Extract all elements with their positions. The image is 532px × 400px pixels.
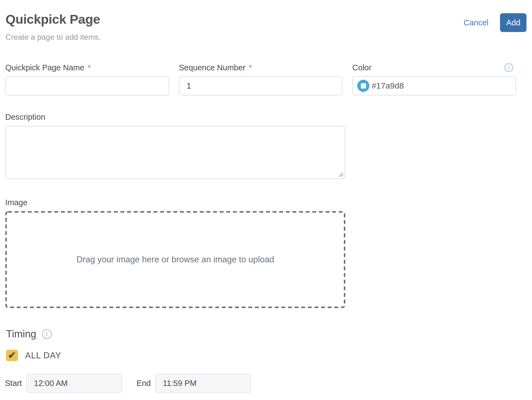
field-color: Color i #17a9d8 <box>352 62 516 95</box>
all-day-toggle[interactable]: ✔ ALL DAY <box>6 350 61 361</box>
checkmark-icon: ✔ <box>8 350 16 360</box>
description-section: Description <box>5 113 345 179</box>
quickpick-page-name-label: Quickpick Page Name <box>5 63 84 72</box>
color-label: Color <box>352 63 371 72</box>
all-day-checkbox[interactable]: ✔ <box>6 350 18 361</box>
resize-handle-icon[interactable] <box>338 172 343 177</box>
header-actions: Cancel Add <box>464 13 526 32</box>
dropzone-text[interactable]: Drag your image here or browse an image … <box>77 255 274 265</box>
page-title: Quickpick Page <box>6 12 101 27</box>
info-icon[interactable]: i <box>42 329 52 339</box>
color-hex-value: #17a9d8 <box>372 81 404 90</box>
quickpick-page-name-input[interactable] <box>5 76 169 95</box>
end-label: End <box>136 379 151 388</box>
end-time-input[interactable] <box>155 374 251 393</box>
start-time-input[interactable] <box>26 374 122 393</box>
cancel-button[interactable]: Cancel <box>464 18 488 27</box>
description-textarea[interactable] <box>5 126 345 179</box>
image-section: Image Drag your image here or browse an … <box>5 198 345 308</box>
field-sequence-number: Sequence Number * <box>179 62 343 95</box>
field-quickpick-page-name: Quickpick Page Name * <box>5 62 169 95</box>
color-swatch-icon[interactable] <box>357 80 369 92</box>
sequence-number-input[interactable] <box>179 76 343 95</box>
sequence-number-label: Sequence Number <box>179 63 246 72</box>
timing-heading: Timing <box>6 328 36 340</box>
add-button[interactable]: Add <box>500 13 526 32</box>
page-header: Quickpick Page Create a page to add item… <box>6 12 101 42</box>
color-picker-input[interactable]: #17a9d8 <box>352 76 516 95</box>
time-range-row: Start End <box>5 374 251 393</box>
form-field-row: Quickpick Page Name * Sequence Number * … <box>5 62 516 95</box>
description-label: Description <box>5 113 45 121</box>
info-icon[interactable]: i <box>504 63 513 72</box>
start-label: Start <box>5 379 22 388</box>
required-asterisk: * <box>249 63 252 72</box>
all-day-label: ALL DAY <box>25 351 61 361</box>
timing-section-header: Timing i <box>6 328 52 340</box>
required-asterisk: * <box>88 63 91 72</box>
image-dropzone[interactable]: Drag your image here or browse an image … <box>5 211 345 308</box>
image-label: Image <box>5 198 28 207</box>
page-subtitle: Create a page to add items. <box>6 33 101 42</box>
